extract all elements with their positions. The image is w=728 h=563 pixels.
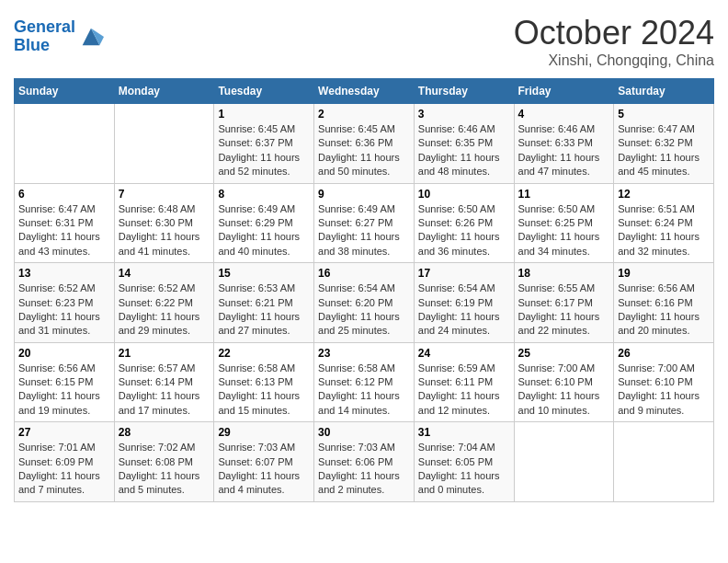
sunset-text: Sunset: 6:15 PM <box>18 376 93 387</box>
day-info: Sunrise: 6:52 AMSunset: 6:23 PMDaylight:… <box>18 282 110 339</box>
day-number: 9 <box>318 188 410 201</box>
calendar-cell: 31Sunrise: 7:04 AMSunset: 6:05 PMDayligh… <box>414 422 514 502</box>
calendar-cell: 30Sunrise: 7:03 AMSunset: 6:06 PMDayligh… <box>314 422 415 502</box>
day-number: 12 <box>618 188 710 201</box>
calendar-cell <box>514 422 614 502</box>
day-number: 17 <box>418 267 510 280</box>
sunrise-text: Sunrise: 7:03 AM <box>318 442 395 453</box>
day-number: 7 <box>119 188 210 201</box>
day-info: Sunrise: 6:53 AMSunset: 6:21 PMDaylight:… <box>218 282 310 339</box>
week-row-1: 6Sunrise: 6:47 AMSunset: 6:31 PMDaylight… <box>15 183 714 263</box>
daylight-text: Daylight: 11 hours and 41 minutes. <box>119 231 200 256</box>
logo-general: General <box>14 17 75 36</box>
daylight-text: Daylight: 11 hours and 15 minutes. <box>218 390 300 415</box>
calendar-header: SundayMondayTuesdayWednesdayThursdayFrid… <box>15 79 714 104</box>
day-number: 13 <box>18 267 110 280</box>
logo: General Blue <box>14 18 104 55</box>
sunset-text: Sunset: 6:06 PM <box>318 456 392 467</box>
day-info: Sunrise: 6:55 AMSunset: 6:17 PMDaylight:… <box>518 282 610 339</box>
sunset-text: Sunset: 6:36 PM <box>318 137 392 148</box>
daylight-text: Daylight: 11 hours and 50 minutes. <box>318 152 400 177</box>
sunrise-text: Sunrise: 6:46 AM <box>518 123 596 134</box>
day-info: Sunrise: 6:47 AMSunset: 6:32 PMDaylight:… <box>618 122 710 179</box>
day-number: 20 <box>18 347 110 360</box>
sunset-text: Sunset: 6:05 PM <box>418 456 493 467</box>
sunrise-text: Sunrise: 6:54 AM <box>418 282 495 293</box>
day-info: Sunrise: 6:45 AMSunset: 6:36 PMDaylight:… <box>318 122 410 179</box>
sunrise-text: Sunrise: 6:56 AM <box>618 282 695 293</box>
day-number: 28 <box>119 426 210 439</box>
sunset-text: Sunset: 6:13 PM <box>218 376 292 387</box>
sunset-text: Sunset: 6:27 PM <box>318 217 392 228</box>
day-info: Sunrise: 7:03 AMSunset: 6:07 PMDaylight:… <box>218 441 310 498</box>
day-info: Sunrise: 7:02 AMSunset: 6:08 PMDaylight:… <box>119 441 210 498</box>
calendar-cell: 1Sunrise: 6:45 AMSunset: 6:37 PMDaylight… <box>214 104 314 184</box>
calendar-cell: 28Sunrise: 7:02 AMSunset: 6:08 PMDayligh… <box>114 422 214 502</box>
daylight-text: Daylight: 11 hours and 29 minutes. <box>119 311 200 336</box>
calendar-cell: 3Sunrise: 6:46 AMSunset: 6:35 PMDaylight… <box>414 104 514 184</box>
sunset-text: Sunset: 6:33 PM <box>518 137 593 148</box>
page-header: General Blue October 2024 Xinshi, Chongq… <box>14 14 714 69</box>
calendar-cell: 19Sunrise: 6:56 AMSunset: 6:16 PMDayligh… <box>614 263 714 343</box>
daylight-text: Daylight: 11 hours and 0 minutes. <box>418 470 500 495</box>
weekday-header-wednesday: Wednesday <box>314 79 415 104</box>
daylight-text: Daylight: 11 hours and 10 minutes. <box>518 390 600 415</box>
day-number: 23 <box>318 347 410 360</box>
sunrise-text: Sunrise: 6:47 AM <box>18 203 96 214</box>
day-info: Sunrise: 6:49 AMSunset: 6:29 PMDaylight:… <box>218 202 310 259</box>
day-info: Sunrise: 7:03 AMSunset: 6:06 PMDaylight:… <box>318 441 410 498</box>
daylight-text: Daylight: 11 hours and 52 minutes. <box>218 152 300 177</box>
calendar-cell: 11Sunrise: 6:50 AMSunset: 6:25 PMDayligh… <box>514 183 614 263</box>
day-info: Sunrise: 7:01 AMSunset: 6:09 PMDaylight:… <box>18 441 110 498</box>
week-row-4: 27Sunrise: 7:01 AMSunset: 6:09 PMDayligh… <box>15 422 714 502</box>
location: Xinshi, Chongqing, China <box>514 52 714 69</box>
day-number: 6 <box>18 188 110 201</box>
sunset-text: Sunset: 6:37 PM <box>218 137 292 148</box>
sunset-text: Sunset: 6:25 PM <box>518 217 593 228</box>
day-number: 14 <box>119 267 210 280</box>
daylight-text: Daylight: 11 hours and 17 minutes. <box>119 390 200 415</box>
daylight-text: Daylight: 11 hours and 24 minutes. <box>418 311 500 336</box>
sunrise-text: Sunrise: 7:02 AM <box>119 442 196 453</box>
sunrise-text: Sunrise: 7:00 AM <box>618 362 695 373</box>
daylight-text: Daylight: 11 hours and 38 minutes. <box>318 231 400 256</box>
calendar-cell: 13Sunrise: 6:52 AMSunset: 6:23 PMDayligh… <box>15 263 115 343</box>
sunrise-text: Sunrise: 6:49 AM <box>218 203 295 214</box>
day-number: 25 <box>518 347 610 360</box>
sunrise-text: Sunrise: 6:52 AM <box>18 282 96 293</box>
day-number: 15 <box>218 267 310 280</box>
day-number: 3 <box>418 108 510 121</box>
day-info: Sunrise: 6:57 AMSunset: 6:14 PMDaylight:… <box>119 362 210 419</box>
sunrise-text: Sunrise: 6:48 AM <box>119 203 196 214</box>
calendar-cell: 24Sunrise: 6:59 AMSunset: 6:11 PMDayligh… <box>414 342 514 422</box>
daylight-text: Daylight: 11 hours and 19 minutes. <box>18 390 100 415</box>
sunset-text: Sunset: 6:17 PM <box>518 297 593 308</box>
day-number: 27 <box>18 426 110 439</box>
sunrise-text: Sunrise: 6:59 AM <box>418 362 495 373</box>
daylight-text: Daylight: 11 hours and 25 minutes. <box>318 311 400 336</box>
day-info: Sunrise: 6:54 AMSunset: 6:19 PMDaylight:… <box>418 282 510 339</box>
day-info: Sunrise: 6:56 AMSunset: 6:15 PMDaylight:… <box>18 362 110 419</box>
sunrise-text: Sunrise: 6:58 AM <box>218 362 295 373</box>
day-info: Sunrise: 7:04 AMSunset: 6:05 PMDaylight:… <box>418 441 510 498</box>
day-number: 2 <box>318 108 410 121</box>
day-number: 24 <box>418 347 510 360</box>
weekday-header-thursday: Thursday <box>414 79 514 104</box>
daylight-text: Daylight: 11 hours and 48 minutes. <box>418 152 500 177</box>
calendar-cell <box>15 104 115 184</box>
day-info: Sunrise: 6:46 AMSunset: 6:33 PMDaylight:… <box>518 122 610 179</box>
sunset-text: Sunset: 6:10 PM <box>618 376 692 387</box>
sunrise-text: Sunrise: 6:46 AM <box>418 123 495 134</box>
day-number: 31 <box>418 426 510 439</box>
sunrise-text: Sunrise: 6:53 AM <box>218 282 295 293</box>
day-info: Sunrise: 6:56 AMSunset: 6:16 PMDaylight:… <box>618 282 710 339</box>
sunset-text: Sunset: 6:19 PM <box>418 297 493 308</box>
daylight-text: Daylight: 11 hours and 27 minutes. <box>218 311 300 336</box>
calendar-cell <box>614 422 714 502</box>
sunset-text: Sunset: 6:26 PM <box>418 217 493 228</box>
day-number: 30 <box>318 426 410 439</box>
sunrise-text: Sunrise: 6:47 AM <box>618 123 695 134</box>
calendar-cell: 23Sunrise: 6:58 AMSunset: 6:12 PMDayligh… <box>314 342 415 422</box>
calendar-cell: 29Sunrise: 7:03 AMSunset: 6:07 PMDayligh… <box>214 422 314 502</box>
day-number: 1 <box>218 108 310 121</box>
